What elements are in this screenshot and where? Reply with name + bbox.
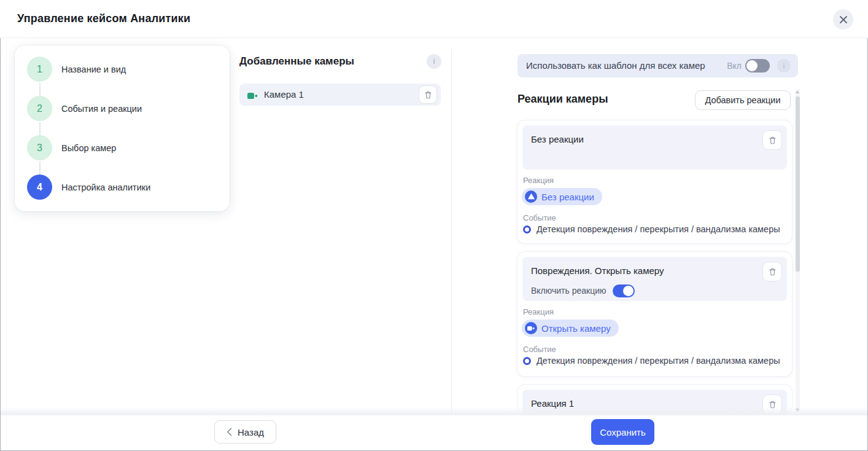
delete-camera-button[interactable] (419, 85, 437, 104)
step-label: События и реакции (61, 96, 142, 121)
reaction-chip-label: Без реакции (541, 192, 594, 202)
step-label: Название и вид (61, 57, 126, 82)
trash-icon (768, 267, 777, 276)
added-cameras-info-icon[interactable]: i (427, 54, 441, 69)
event-field-label: Событие (523, 345, 556, 354)
stepper-step-name-and-type[interactable]: 1 Название и вид (15, 57, 230, 82)
toggle-knob (746, 60, 758, 71)
step-connector (39, 83, 41, 96)
close-button[interactable] (833, 9, 853, 29)
save-button[interactable]: Сохранить (591, 419, 654, 445)
step-number-badge: 1 (27, 57, 52, 82)
added-cameras-title: Добавленные камеры (239, 55, 354, 68)
chevron-left-icon (227, 428, 232, 436)
toggle-knob (623, 286, 634, 296)
stepper-step-camera-selection[interactable]: 3 Выбор камер (15, 135, 230, 160)
camera-icon (247, 91, 258, 102)
reaction-card: Без реакции Реакция Без реакции Событие … (517, 120, 792, 243)
step-connector (39, 162, 41, 175)
stepper-step-events-reactions[interactable]: 2 События и реакции (15, 96, 230, 121)
delete-reaction-button[interactable] (762, 130, 782, 150)
template-toggle[interactable] (745, 59, 770, 73)
reaction-chip[interactable]: Открыть камеру (522, 320, 619, 337)
enable-reaction-row: Включить реакцию (531, 284, 635, 297)
reactions-scrollbar[interactable] (796, 89, 800, 413)
event-bullet-icon (523, 226, 531, 233)
reactions-title: Реакции камеры (517, 93, 608, 106)
step-label: Настройка аналитики (61, 175, 150, 200)
back-button-label: Назад (238, 427, 264, 437)
reaction-card-header: Повреждения. Открыть камеру Включить реа… (522, 257, 787, 301)
delete-reaction-button[interactable] (762, 262, 782, 281)
dialog-footer: Назад Сохранить (1, 415, 867, 450)
toggle-state-label: Вкл (727, 61, 742, 71)
reaction-card-title: Без реакции (531, 134, 584, 144)
step-number-badge-active: 4 (27, 175, 52, 200)
scrollbar-thumb[interactable] (796, 96, 800, 272)
camera-name: Камера 1 (264, 89, 304, 100)
back-button[interactable]: Назад (214, 420, 276, 444)
trash-icon (424, 90, 433, 100)
wizard-stepper: 1 Название и вид 2 События и реакции 3 В… (15, 45, 230, 211)
template-info-icon[interactable]: i (777, 59, 791, 73)
footer-shadow (1, 407, 867, 415)
event-text: Детекция повреждения / перекрытия / ванд… (537, 356, 780, 366)
scroll-up-arrow-icon[interactable] (796, 90, 799, 93)
close-icon (839, 15, 848, 24)
manage-case-dialog: Управление кейсом Аналитики 1 Название и… (0, 0, 868, 451)
column-divider (451, 49, 452, 413)
enable-reaction-label: Включить реакцию (531, 286, 606, 296)
reaction-card-header: Без реакции (522, 125, 787, 170)
add-reactions-button[interactable]: Добавить реакции (695, 90, 791, 110)
dialog-title: Управление кейсом Аналитики (17, 12, 190, 25)
event-bullet-icon (523, 357, 531, 365)
template-banner-label: Использовать как шаблон для всех камер (526, 60, 705, 71)
event-field-label: Событие (523, 213, 556, 222)
stepper-step-analytics-settings[interactable]: 4 Настройка аналитики (15, 175, 230, 200)
event-text: Детекция повреждения / перекрытия / ванд… (537, 224, 780, 234)
reaction-chip-label: Открыть камеру (541, 323, 611, 334)
step-label: Выбор камер (61, 135, 116, 160)
no-reaction-icon (525, 190, 537, 203)
reaction-chip[interactable]: Без реакции (522, 188, 602, 205)
dialog-header: Управление кейсом Аналитики (0, 0, 868, 38)
reaction-card-title: Повреждения. Открыть камеру (531, 265, 664, 276)
step-number-badge: 2 (27, 96, 52, 121)
reaction-card: Повреждения. Открыть камеру Включить реа… (517, 252, 792, 376)
step-connector (39, 122, 41, 135)
reaction-field-label: Реакция (523, 307, 554, 316)
template-banner: Использовать как шаблон для всех камер В… (517, 54, 798, 77)
event-row: Детекция повреждения / перекрытия / ванд… (523, 224, 780, 234)
step-number-badge: 3 (27, 135, 52, 160)
open-camera-icon (525, 322, 537, 334)
event-row: Детекция повреждения / перекрытия / ванд… (523, 356, 780, 366)
camera-list-item[interactable]: Камера 1 (239, 84, 441, 106)
trash-icon (768, 136, 777, 145)
reaction-field-label: Реакция (523, 176, 554, 185)
enable-reaction-toggle[interactable] (613, 284, 635, 297)
